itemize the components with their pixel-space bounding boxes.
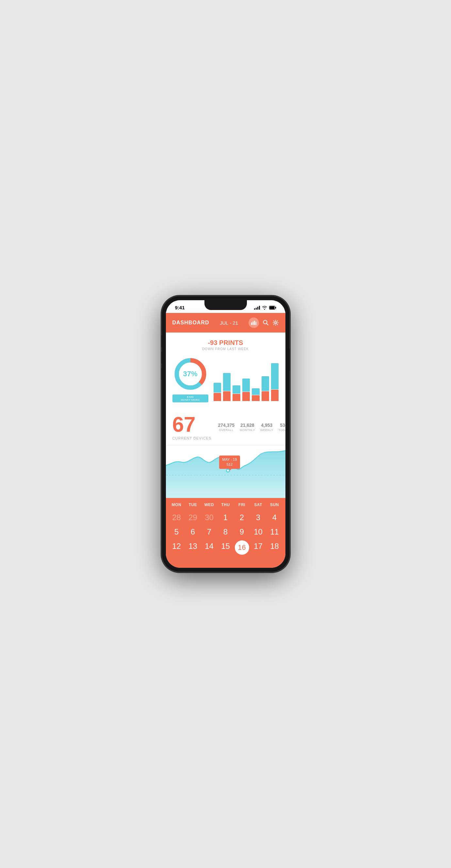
- calendar-day[interactable]: 15: [218, 539, 234, 556]
- calendar-day[interactable]: 18: [266, 539, 283, 556]
- svg-line-8: [266, 323, 268, 325]
- bar-group: [242, 378, 250, 401]
- calendar-day-label: SUN: [266, 502, 283, 507]
- calendar-day[interactable]: 11: [266, 525, 283, 539]
- donut-center: 37%: [183, 370, 197, 378]
- stat-number: 4,953: [260, 423, 273, 428]
- settings-icon[interactable]: [273, 320, 279, 326]
- bar-orange-segment: [252, 395, 259, 401]
- notch: [204, 300, 247, 310]
- calendar-day-label: MON: [169, 502, 185, 507]
- line-chart-svg: [166, 446, 285, 498]
- svg-rect-1: [270, 306, 274, 309]
- charts-row: 37% $ 640 MONEY SAVED: [172, 356, 279, 402]
- calendar-header: MONTUEWEDTHUFRISATSUN: [166, 498, 285, 510]
- stat-item: 21,628MONTHLY: [240, 423, 255, 432]
- bar-group: [223, 373, 231, 401]
- line-chart-tooltip: MAY - 19 512: [219, 456, 241, 469]
- phone-frame: 9:41: [162, 296, 289, 572]
- wifi-icon: [262, 306, 267, 310]
- header-title: DASHBOARD: [172, 320, 209, 326]
- stat-number: 274,375: [218, 423, 234, 428]
- stat-item: 534TODAY: [279, 423, 285, 432]
- calendar-day[interactable]: 9: [234, 525, 250, 539]
- donut-chart-container: 37% $ 640 MONEY SAVED: [172, 356, 208, 402]
- stat-item: 274,375OVERALL: [218, 423, 234, 432]
- calendar-day[interactable]: 6: [185, 525, 201, 539]
- svg-rect-4: [253, 321, 254, 325]
- stat-label: OVERALL: [218, 429, 234, 432]
- prints-header: -93 PRINTS DOWN FROM LAST WEEK: [172, 339, 279, 351]
- bar-group: [232, 385, 240, 401]
- phone-screen: 9:41: [166, 300, 285, 568]
- bar-chart: [214, 370, 279, 402]
- calendar-day[interactable]: 7: [201, 525, 218, 539]
- header-icons: [249, 317, 279, 328]
- calendar-day[interactable]: 12: [169, 539, 185, 556]
- bar-orange-segment: [242, 392, 250, 401]
- device-label: CURRENT DEVICES: [172, 436, 212, 440]
- calendar-day[interactable]: 29: [185, 510, 201, 525]
- calendar-day-label: THU: [218, 502, 234, 507]
- calendar-day[interactable]: 2: [234, 510, 250, 525]
- calendar-day[interactable]: 1: [218, 510, 234, 525]
- money-badge: $ 640 MONEY SAVED: [172, 395, 208, 402]
- stat-item: 4,953WEEKLY: [260, 423, 273, 432]
- stat-label: MONTHLY: [240, 429, 255, 432]
- stats-section: -93 PRINTS DOWN FROM LAST WEEK: [166, 333, 285, 411]
- calendar-day[interactable]: 30: [201, 510, 218, 525]
- calendar-day[interactable]: 5: [169, 525, 185, 539]
- battery-icon: [269, 306, 276, 310]
- calendar-day[interactable]: 16: [235, 540, 249, 555]
- stat-number: 21,628: [240, 423, 255, 428]
- calendar-day[interactable]: 3: [250, 510, 266, 525]
- svg-rect-3: [251, 322, 252, 325]
- calendar-day-label: WED: [201, 502, 218, 507]
- bar-group: [214, 383, 221, 401]
- status-bar: 9:41: [166, 300, 285, 313]
- calendar-day-label: FRI: [234, 502, 250, 507]
- app-content: DASHBOARD JUL - 21: [166, 313, 285, 568]
- tooltip-dot: [226, 469, 230, 472]
- status-icons: [254, 306, 276, 310]
- svg-point-9: [275, 322, 277, 324]
- donut-chart: 37%: [172, 356, 208, 392]
- line-chart-section: MAY - 19 512: [166, 446, 285, 498]
- bar-orange-segment: [261, 391, 269, 401]
- calendar-day[interactable]: 13: [185, 539, 201, 556]
- calendar-grid: 282930123456789101112131415161718: [166, 510, 285, 556]
- bar-group: [271, 363, 279, 401]
- bar-cyan-segment: [214, 383, 221, 393]
- bar-orange-segment: [223, 391, 231, 401]
- calendar-day[interactable]: 4: [266, 510, 283, 525]
- bar-chart-icon: [251, 320, 256, 325]
- calendar-section: MONTUEWEDTHUFRISATSUN 282930123456789101…: [166, 498, 285, 568]
- calendar-day[interactable]: 14: [201, 539, 218, 556]
- svg-rect-6: [256, 322, 257, 325]
- bar-cyan-segment: [223, 373, 231, 391]
- bar-cyan-segment: [232, 385, 240, 394]
- devices-section: 67 CURRENT DEVICES 274,375OVERALL21,628M…: [166, 411, 285, 446]
- bar-orange-segment: [271, 390, 279, 401]
- signal-icon: [254, 306, 260, 310]
- bar-cyan-segment: [252, 388, 259, 395]
- calendar-day[interactable]: 28: [169, 510, 185, 525]
- device-count-block: 67 CURRENT DEVICES: [172, 414, 212, 440]
- tooltip-date: MAY - 19: [222, 457, 237, 462]
- status-time: 9:41: [175, 305, 185, 310]
- calendar-day[interactable]: 17: [250, 539, 266, 556]
- tooltip-value: 512: [222, 462, 237, 467]
- chart-button[interactable]: [249, 317, 259, 328]
- bar-cyan-segment: [242, 378, 250, 392]
- calendar-day[interactable]: 10: [250, 525, 266, 539]
- calendar-day-label: TUE: [185, 502, 201, 507]
- prints-value: -93 PRINTS: [172, 339, 279, 346]
- stats-grid: 274,375OVERALL21,628MONTHLY4,953WEEKLY53…: [218, 423, 285, 432]
- search-icon[interactable]: [263, 320, 269, 326]
- prints-subtitle: DOWN FROM LAST WEEK: [172, 347, 279, 351]
- calendar-day[interactable]: 8: [218, 525, 234, 539]
- bar-cyan-segment: [261, 376, 269, 391]
- bar-group: [261, 376, 269, 401]
- stat-number: 534: [279, 423, 285, 428]
- bar-orange-segment: [232, 394, 240, 401]
